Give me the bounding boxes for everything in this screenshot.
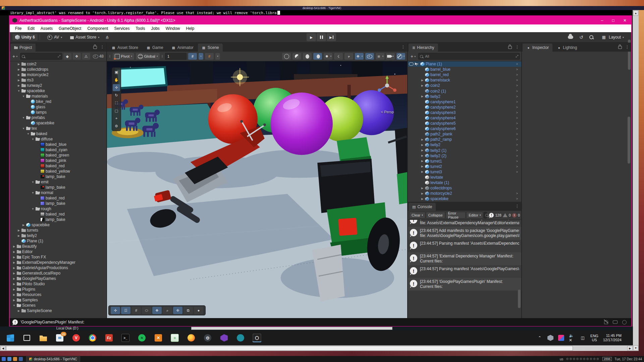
- hierarchy-item[interactable]: candysphere5 >: [408, 121, 521, 126]
- desktop-icon-label[interactable]: Local Disk (D:): [56, 326, 78, 330]
- perspective-label[interactable]: < Persp: [381, 110, 394, 114]
- scene-tool-button[interactable]: ⌖: [113, 115, 120, 122]
- prefab-chevron-icon[interactable]: >: [516, 100, 518, 104]
- collab-status-icon[interactable]: [613, 320, 618, 324]
- scene-overlay-button[interactable]: ●: [194, 307, 203, 314]
- expander-arrow-icon[interactable]: [17, 84, 20, 87]
- hierarchy-item[interactable]: twily2 (2) >: [408, 153, 521, 159]
- expander-arrow-icon[interactable]: [17, 309, 20, 312]
- scene-orientation-gizmo[interactable]: [376, 75, 398, 98]
- tab-hierarchy[interactable]: ≣ Hierarchy: [409, 44, 438, 52]
- project-tree-item[interactable]: baked_pink: [10, 158, 106, 163]
- scene-tool-button[interactable]: ▢: [113, 107, 120, 114]
- expander-arrow-icon[interactable]: [421, 143, 424, 146]
- expander-arrow-icon[interactable]: [421, 79, 424, 82]
- view-tab[interactable]: ▩ Scene: [198, 44, 223, 52]
- expander-arrow-icon[interactable]: [12, 261, 16, 264]
- scene-overlay-button[interactable]: #: [131, 307, 141, 314]
- project-tree-item[interactable]: collectdrops: [10, 67, 106, 72]
- host-app-icon[interactable]: [13, 357, 17, 361]
- menu-item[interactable]: File: [12, 26, 24, 31]
- taskbar-app-button[interactable]: ⬡: [253, 334, 261, 342]
- expander-arrow-icon[interactable]: [17, 79, 20, 82]
- hierarchy-item[interactable]: twily2 >: [408, 142, 521, 147]
- project-tree-item[interactable]: baked_cyan: [10, 147, 106, 153]
- hierarchy-item[interactable]: collectdrops: [408, 185, 521, 191]
- hierarchy-item[interactable]: Plane (1) >: [408, 61, 521, 67]
- kebab-menu-icon[interactable]: ⋮: [515, 204, 519, 208]
- menu-item[interactable]: Jobs: [148, 26, 162, 31]
- prefab-chevron-icon[interactable]: >: [516, 84, 518, 87]
- taskbar-app-button[interactable]: [6, 334, 15, 342]
- project-scrollbar-thumb[interactable]: [628, 117, 630, 164]
- hierarchy-item[interactable]: motorcycle2 >: [408, 191, 521, 196]
- snap-increment-button[interactable]: [205, 53, 214, 60]
- taskbar-app-button[interactable]: ≈: [138, 334, 146, 342]
- expander-arrow-icon[interactable]: [31, 181, 35, 184]
- hierarchy-item[interactable]: path2_ramp >: [408, 137, 521, 142]
- expander-arrow-icon[interactable]: [421, 84, 424, 87]
- expander-arrow-icon[interactable]: [12, 272, 16, 275]
- unity-status-bar[interactable]: ! 'GooglePlayGamesPlugin' Manifest:: [10, 318, 631, 326]
- expander-arrow-icon[interactable]: [421, 95, 424, 98]
- warning-count-icon[interactable]: [503, 213, 507, 217]
- tray-chevron-up-icon[interactable]: ⌃: [537, 335, 543, 341]
- view-tab[interactable]: ▩ Asset Store: [108, 44, 142, 52]
- expander-arrow-icon[interactable]: [31, 138, 35, 141]
- expander-arrow-icon[interactable]: [421, 138, 424, 141]
- tray-unity-cube-icon[interactable]: [547, 335, 553, 341]
- language-indicator[interactable]: ENG US: [590, 334, 598, 342]
- snap-increment-dropdown[interactable]: ▾: [215, 53, 220, 60]
- close-button[interactable]: ✕: [623, 18, 627, 23]
- expander-arrow-icon[interactable]: [12, 256, 16, 259]
- create-asset-button[interactable]: +▾: [11, 54, 19, 59]
- project-tree-item[interactable]: Plugins: [10, 287, 106, 292]
- inspector-tab[interactable]: ● Inspector: [523, 44, 552, 52]
- volume-muted-icon[interactable]: 🔈✕: [569, 335, 575, 341]
- open-search-window-icon[interactable]: ⤢: [58, 54, 60, 58]
- vnc-horizontal-scrollbar[interactable]: ◀ ▶: [0, 345, 633, 351]
- prefab-chevron-icon[interactable]: >: [516, 149, 518, 152]
- expander-arrow-icon[interactable]: [12, 304, 16, 307]
- scene-toggle-button[interactable]: [282, 53, 291, 60]
- history-icon[interactable]: ↺: [579, 35, 583, 40]
- project-tree-item[interactable]: GabrielAguiarProductions: [10, 265, 106, 270]
- project-tree-item[interactable]: motorcycle2: [10, 72, 106, 77]
- expander-arrow-icon[interactable]: [31, 191, 35, 194]
- expander-arrow-icon[interactable]: [421, 160, 424, 163]
- tool-handle-position-dropdown[interactable]: Pivot ▾: [113, 53, 134, 60]
- hierarchy-item[interactable]: barrelstack >: [408, 77, 521, 83]
- scene-tool-button[interactable]: ⛶: [113, 100, 120, 107]
- play-button[interactable]: ▶: [307, 33, 316, 41]
- project-tree-item[interactable]: rough: [10, 206, 106, 212]
- hidden-packages-button[interactable]: ⚠: [82, 53, 90, 60]
- prefab-chevron-icon[interactable]: >: [516, 95, 518, 98]
- scroll-left-button[interactable]: ◀: [0, 346, 6, 351]
- menu-item[interactable]: Window: [163, 26, 183, 31]
- layout-dropdown[interactable]: ▦ Layout ▾: [599, 34, 627, 41]
- scene-pickability-icon[interactable]: [415, 63, 418, 66]
- scene-tool-button[interactable]: ▣: [113, 69, 120, 76]
- taskbar-app-button[interactable]: >_: [121, 334, 130, 342]
- open-search-window-icon[interactable]: ⤢: [516, 54, 518, 58]
- maximize-button[interactable]: □: [612, 18, 614, 23]
- expander-arrow-icon[interactable]: [17, 73, 20, 76]
- project-tree-item[interactable]: Editor: [10, 249, 106, 254]
- toolbar-drag-handle[interactable]: ‖: [109, 54, 111, 58]
- expander-arrow-icon[interactable]: [12, 299, 16, 302]
- kebab-menu-icon[interactable]: ⋮: [401, 45, 405, 49]
- unity-titlebar[interactable]: AetherfractGuardians - SampleScene - And…: [10, 16, 631, 24]
- prefab-chevron-icon[interactable]: >: [516, 154, 518, 158]
- filter-by-type-button[interactable]: ◆: [63, 53, 71, 60]
- project-tree-item[interactable]: rts3: [10, 77, 106, 83]
- hierarchy-item[interactable]: twily2 >: [408, 94, 521, 99]
- prefab-chevron-icon[interactable]: >: [516, 106, 518, 109]
- hierarchy-item[interactable]: barrel_red >: [408, 72, 521, 77]
- tab-console[interactable]: ▤ Console: [409, 203, 436, 211]
- editor-dropdown[interactable]: Editor▾: [466, 212, 483, 219]
- expander-arrow-icon[interactable]: [421, 170, 424, 173]
- prefab-chevron-icon[interactable]: >: [516, 143, 518, 146]
- taskbar-app-button[interactable]: ✕: [154, 334, 163, 342]
- project-search-input[interactable]: [26, 54, 56, 59]
- cloud-icon[interactable]: [568, 36, 573, 39]
